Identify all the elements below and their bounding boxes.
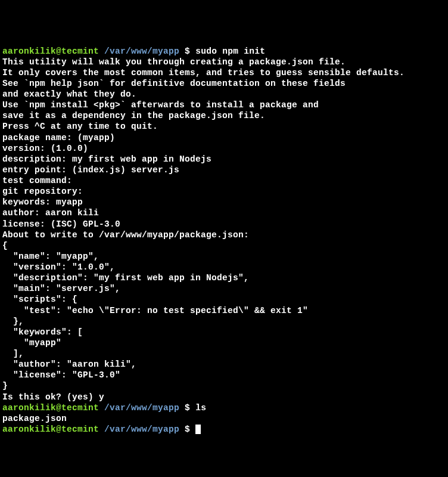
- prompt-line-2[interactable]: aaronkilik@tecmint /var/www/myapp $ ls: [2, 402, 446, 413]
- cursor-icon: [195, 425, 201, 434]
- field-line: license: (ISC) GPL-3.0: [2, 219, 446, 230]
- field-line: keywords: myapp: [2, 197, 446, 207]
- ls-output: package.json: [2, 413, 446, 424]
- json-line: }: [2, 380, 446, 391]
- json-line: "license": "GPL-3.0": [2, 370, 446, 380]
- json-line: {: [2, 240, 446, 251]
- json-line: },: [2, 316, 446, 327]
- path: /var/www/myapp: [104, 425, 179, 434]
- user-host: aaronkilik@tecmint: [2, 47, 99, 56]
- intro-line: This utility will walk you through creat…: [2, 57, 446, 67]
- json-line: "keywords": [: [2, 327, 446, 337]
- prompt-line-1[interactable]: aaronkilik@tecmint /var/www/myapp $ sudo…: [2, 46, 446, 57]
- intro-line: See `npm help json` for definitive docum…: [2, 78, 446, 89]
- terminal-output: aaronkilik@tecmint /var/www/myapp $ sudo…: [2, 46, 446, 435]
- json-line: "test": "echo \"Error: no test specified…: [2, 305, 446, 316]
- intro-line: It only covers the most common items, an…: [2, 67, 446, 78]
- field-line: author: aaron kili: [2, 207, 446, 218]
- user-host: aaronkilik@tecmint: [2, 425, 99, 434]
- json-line: "main": "server.js",: [2, 283, 446, 294]
- field-line: package name: (myapp): [2, 132, 446, 143]
- field-line: description: my first web app in Nodejs: [2, 154, 446, 165]
- prompt-symbol: $: [185, 47, 190, 56]
- intro-line: Use `npm install <pkg>` afterwards to in…: [2, 100, 446, 110]
- intro-line: Press ^C at any time to quit.: [2, 121, 446, 132]
- confirm-line: Is this ok? (yes) y: [2, 392, 446, 402]
- field-line: git repository:: [2, 186, 446, 197]
- json-line: "description": "my first web app in Node…: [2, 272, 446, 283]
- path: /var/www/myapp: [104, 403, 179, 413]
- prompt-symbol: $: [185, 425, 190, 434]
- field-line: About to write to /var/www/myapp/package…: [2, 230, 446, 240]
- json-line: "scripts": {: [2, 294, 446, 305]
- prompt-symbol: $: [185, 403, 190, 413]
- path: /var/www/myapp: [104, 47, 179, 56]
- intro-line: save it as a dependency in the package.j…: [2, 110, 446, 121]
- prompt-line-3[interactable]: aaronkilik@tecmint /var/www/myapp $: [2, 424, 446, 435]
- json-line: "author": "aaron kili",: [2, 359, 446, 370]
- command-text: sudo npm init: [195, 47, 265, 56]
- json-line: "name": "myapp",: [2, 251, 446, 262]
- user-host: aaronkilik@tecmint: [2, 403, 99, 413]
- json-line: "version": "1.0.0",: [2, 262, 446, 272]
- command-text: ls: [195, 403, 206, 413]
- field-line: entry point: (index.js) server.js: [2, 165, 446, 175]
- json-line: "myapp": [2, 337, 446, 348]
- field-line: test command:: [2, 175, 446, 186]
- field-line: version: (1.0.0): [2, 143, 446, 154]
- json-line: ],: [2, 348, 446, 359]
- intro-line: and exactly what they do.: [2, 89, 446, 100]
